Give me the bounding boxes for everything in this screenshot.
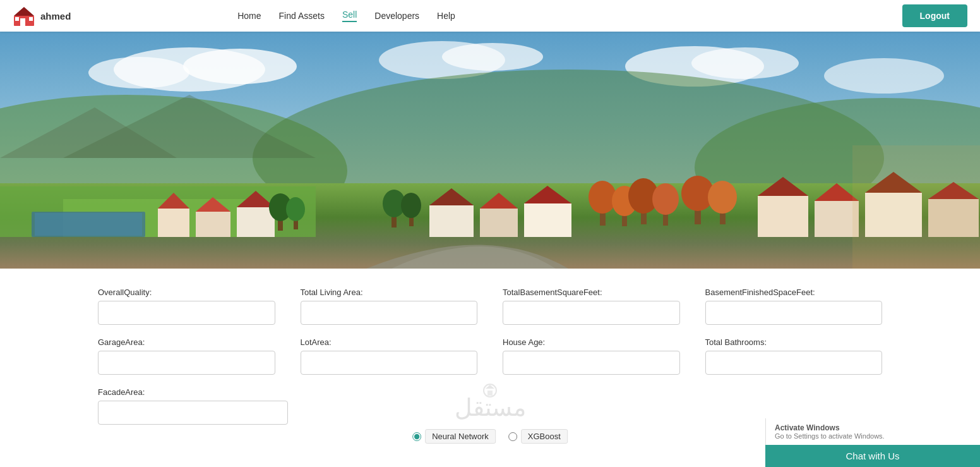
windows-notice: Activate Windows Go to Settings to activ…	[765, 418, 980, 445]
radio-label-xgboost: XGBoost	[521, 429, 568, 444]
chat-button[interactable]: Chat with Us	[765, 445, 980, 467]
svg-point-13	[824, 58, 944, 94]
hero-scene	[0, 32, 980, 269]
brand: ahmed	[13, 4, 71, 27]
hero-svg	[0, 32, 980, 269]
input-total-bathrooms[interactable]	[705, 351, 883, 375]
label-house-age: House Age:	[503, 337, 680, 347]
radio-input-neural-network[interactable]	[412, 432, 421, 441]
svg-point-45	[286, 197, 305, 221]
windows-notice-title: Activate Windows	[775, 423, 971, 432]
label-overall-quality: OverallQuality:	[98, 288, 275, 297]
svg-rect-3	[15, 17, 19, 21]
nav-sell[interactable]: Sell	[342, 9, 357, 22]
field-total-bathrooms: Total Bathrooms:	[705, 337, 883, 375]
label-total-living-area: Total Living Area:	[301, 288, 478, 297]
input-lot-area[interactable]	[301, 351, 478, 375]
svg-rect-26	[237, 207, 275, 237]
svg-rect-4	[29, 17, 33, 21]
svg-rect-64	[852, 145, 980, 269]
radio-label-neural-network: Neural Network	[425, 429, 496, 444]
nav-help[interactable]: Help	[437, 11, 455, 21]
form-grid: OverallQuality: Total Living Area: Total…	[98, 288, 882, 375]
radio-neural-network[interactable]: Neural Network	[412, 429, 496, 444]
label-facade-area: FacadeArea:	[98, 387, 288, 397]
field-overall-quality: OverallQuality:	[98, 288, 275, 325]
input-total-basement-sqft[interactable]	[503, 301, 680, 325]
svg-point-57	[652, 183, 679, 215]
brand-name: ahmed	[40, 11, 71, 21]
svg-rect-24	[196, 212, 230, 237]
field-total-basement-sqft: TotalBasementSquareFeet:	[503, 288, 680, 325]
svg-marker-1	[14, 7, 34, 16]
field-facade-area: FacadeArea:	[98, 387, 288, 425]
svg-point-12	[691, 47, 799, 79]
label-lot-area: LotArea:	[301, 337, 478, 347]
svg-text:مستقل: مستقل	[455, 394, 526, 421]
svg-point-49	[401, 193, 421, 218]
navbar: ahmed Home Find Assets Sell Developers H…	[0, 0, 980, 32]
input-basement-finished[interactable]	[705, 301, 883, 325]
svg-rect-32	[524, 203, 571, 237]
svg-rect-28	[429, 205, 474, 237]
svg-point-10	[442, 43, 543, 71]
nav-home[interactable]: Home	[237, 11, 261, 21]
field-total-living-area: Total Living Area:	[301, 288, 478, 325]
svg-rect-22	[158, 209, 189, 237]
svg-point-8	[88, 57, 189, 88]
field-lot-area: LotArea:	[301, 337, 478, 375]
svg-point-51	[589, 181, 616, 214]
svg-point-61	[708, 181, 737, 214]
svg-rect-30	[480, 209, 518, 237]
windows-notice-text: Go to Settings to activate Windows.	[775, 432, 971, 440]
nav-developers[interactable]: Developers	[374, 11, 419, 21]
field-house-age: House Age:	[503, 337, 680, 375]
svg-point-7	[183, 49, 297, 84]
nav-find-assets[interactable]: Find Assets	[279, 11, 325, 21]
input-garage-area[interactable]	[98, 351, 275, 375]
svg-rect-68	[487, 391, 493, 396]
label-garage-area: GarageArea:	[98, 337, 275, 347]
input-facade-area[interactable]	[98, 401, 288, 425]
label-basement-finished: BasementFinishedSpaceFeet:	[705, 288, 883, 297]
svg-rect-34	[758, 196, 808, 237]
input-overall-quality[interactable]	[98, 301, 275, 325]
logo-watermark-svg: مستقل	[452, 381, 528, 432]
label-total-basement-sqft: TotalBasementSquareFeet:	[503, 288, 680, 297]
label-total-bathrooms: Total Bathrooms:	[705, 337, 883, 347]
logout-button[interactable]: Logout	[902, 4, 967, 27]
svg-rect-21	[35, 213, 142, 236]
field-garage-area: GarageArea:	[98, 337, 275, 375]
radio-input-xgboost[interactable]	[508, 432, 517, 441]
input-house-age[interactable]	[503, 351, 680, 375]
svg-rect-2	[20, 18, 25, 26]
field-basement-finished: BasementFinishedSpaceFeet:	[705, 288, 883, 325]
svg-rect-36	[815, 201, 859, 237]
brand-icon	[13, 4, 35, 27]
nav-links: Home Find Assets Sell Developers Help	[237, 9, 455, 22]
input-total-living-area[interactable]	[301, 301, 478, 325]
hero-image	[0, 32, 980, 269]
radio-xgboost[interactable]: XGBoost	[508, 429, 568, 444]
logout-area: Logout	[902, 4, 967, 27]
